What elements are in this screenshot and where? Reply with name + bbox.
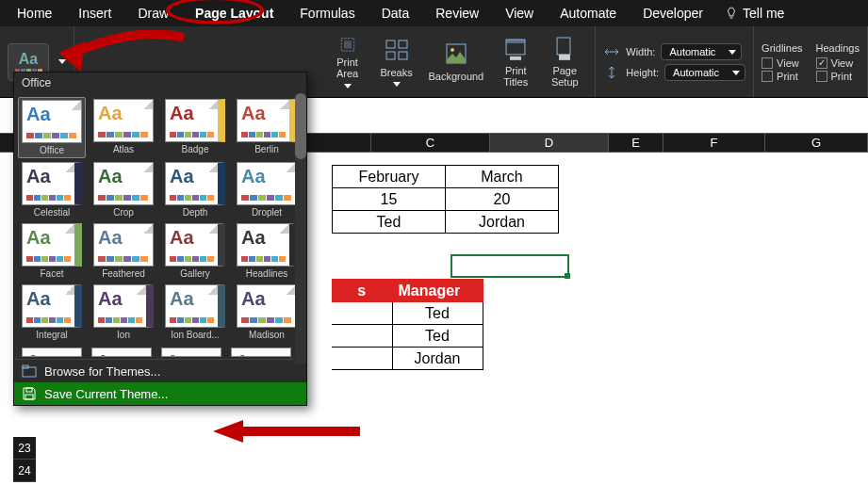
theme-name: Celestial: [34, 207, 70, 218]
chevron-down-icon: [393, 82, 401, 87]
theme-name: Headlines: [246, 268, 287, 279]
height-label: Height:: [626, 67, 659, 78]
theme-celestial[interactable]: AaCelestial: [18, 160, 86, 219]
print-titles-button[interactable]: Print Titles: [493, 32, 538, 92]
theme-office[interactable]: AaOffice: [18, 97, 86, 158]
tab-data[interactable]: Data: [368, 2, 423, 24]
col-e[interactable]: E: [609, 134, 663, 152]
theme-name: Ion: [117, 330, 130, 340]
browse-themes[interactable]: Browse for Themes...: [14, 360, 306, 382]
theme-crop[interactable]: AaCrop: [90, 160, 157, 219]
themes-dropdown: Office AaOfficeAaAtlasAaBadgeAaBerlinAaC…: [13, 72, 307, 406]
theme-madison[interactable]: AaMadison: [233, 283, 301, 342]
headings-view-check[interactable]: ✓View: [816, 57, 860, 69]
height-icon: [603, 66, 620, 79]
tab-formulas[interactable]: Formulas: [287, 2, 368, 24]
svg-rect-11: [557, 37, 570, 54]
theme-droplet[interactable]: AaDroplet: [233, 160, 301, 219]
theme-name: Berlin: [254, 144, 279, 154]
theme-berlin[interactable]: AaBerlin: [233, 97, 301, 158]
theme-name: Crop: [113, 207, 134, 218]
tab-automate[interactable]: Automate: [547, 2, 630, 24]
background-icon: [443, 40, 469, 67]
themes-icon: Aa: [19, 52, 38, 67]
page-setup-button[interactable]: Page Setup: [542, 32, 587, 92]
col-d[interactable]: D: [490, 134, 609, 152]
theme-name: Gallery: [180, 268, 210, 279]
svg-rect-10: [510, 56, 521, 59]
theme-badge[interactable]: AaBadge: [161, 97, 229, 158]
tab-page-layout[interactable]: Page Layout: [182, 2, 287, 24]
gridlines-print-check[interactable]: Print: [762, 71, 802, 82]
theme-integral[interactable]: AaIntegral: [18, 283, 86, 342]
gridlines-label: Gridlines: [762, 42, 802, 54]
col-c[interactable]: C: [371, 134, 490, 152]
row-headers: 23 24: [13, 437, 36, 482]
chevron-down-icon: [732, 71, 740, 75]
headings-label: Headings: [816, 42, 860, 54]
print-area-icon: [335, 36, 361, 54]
tab-review[interactable]: Review: [422, 2, 492, 24]
svg-rect-12: [559, 54, 570, 59]
themes-dd-title: Office: [14, 73, 306, 93]
row-24[interactable]: 24: [13, 460, 36, 482]
theme-depth[interactable]: AaDepth: [161, 160, 229, 219]
page-setup-icon: [551, 36, 578, 62]
breaks-icon: [384, 37, 410, 63]
background-button[interactable]: Background: [423, 32, 490, 92]
themes-dd-footer: Browse for Themes... Save Current Theme.…: [14, 359, 306, 405]
theme-name: Feathered: [102, 268, 145, 279]
svg-rect-1: [344, 40, 352, 48]
theme-ion[interactable]: AaIon: [90, 283, 157, 342]
print-titles-icon: [502, 36, 529, 62]
chevron-down-icon[interactable]: [58, 59, 66, 64]
theme-name: Integral: [36, 330, 67, 340]
theme-feathered[interactable]: AaFeathered: [90, 221, 157, 281]
theme-name: Depth: [183, 207, 208, 218]
save-current-theme[interactable]: Save Current Theme...: [14, 382, 306, 405]
row-23[interactable]: 23: [13, 437, 36, 460]
tab-insert[interactable]: Insert: [65, 2, 124, 24]
tab-draw[interactable]: Draw: [124, 2, 182, 24]
breaks-button[interactable]: Breaks: [374, 32, 419, 92]
themes-grid: AaOfficeAaAtlasAaBadgeAaBerlinAaCelestia…: [14, 93, 306, 346]
theme-name: Droplet: [252, 207, 282, 218]
svg-rect-9: [506, 39, 525, 42]
svg-rect-2: [386, 40, 395, 48]
theme-headlines[interactable]: AaHeadlines: [233, 221, 301, 281]
width-icon: [603, 45, 620, 58]
svg-rect-3: [399, 40, 407, 48]
theme-facet[interactable]: AaFacet: [18, 221, 86, 281]
data-table-1: FebruaryMarch 1520 TedJordan: [332, 165, 559, 234]
svg-rect-15: [26, 388, 32, 392]
folder-icon: [22, 364, 37, 379]
svg-rect-16: [25, 395, 33, 399]
svg-point-7: [450, 48, 454, 52]
tell-me[interactable]: Tell me: [716, 2, 794, 24]
theme-ion-board-[interactable]: AaIon Board...: [161, 283, 229, 342]
theme-atlas[interactable]: AaAtlas: [90, 97, 157, 158]
ribbon-tabs: Home Insert Draw Page Layout Formulas Da…: [0, 0, 868, 26]
theme-name: Facet: [40, 268, 63, 279]
width-label: Width:: [626, 46, 655, 57]
headings-print-check[interactable]: Print: [816, 71, 860, 82]
svg-rect-5: [399, 52, 407, 59]
theme-name: Badge: [182, 144, 209, 154]
tab-view[interactable]: View: [492, 2, 547, 24]
selection-box: [450, 254, 569, 278]
scrollbar[interactable]: [295, 93, 306, 364]
svg-rect-4: [386, 52, 395, 59]
col-g[interactable]: G: [765, 134, 868, 152]
tab-home[interactable]: Home: [4, 2, 65, 24]
gridlines-view-check[interactable]: View: [762, 57, 802, 69]
data-table-2: sManager Ted Ted Jordan: [332, 279, 483, 370]
theme-gallery[interactable]: AaGallery: [161, 221, 229, 281]
tab-developer[interactable]: Developer: [630, 2, 716, 24]
print-area-button[interactable]: Print Area: [325, 32, 370, 92]
tell-me-label: Tell me: [743, 6, 784, 21]
col-f[interactable]: F: [663, 134, 765, 152]
theme-name: Atlas: [113, 144, 134, 154]
chevron-down-icon: [729, 50, 736, 55]
bulb-icon: [726, 7, 737, 20]
chevron-down-icon: [344, 84, 352, 89]
